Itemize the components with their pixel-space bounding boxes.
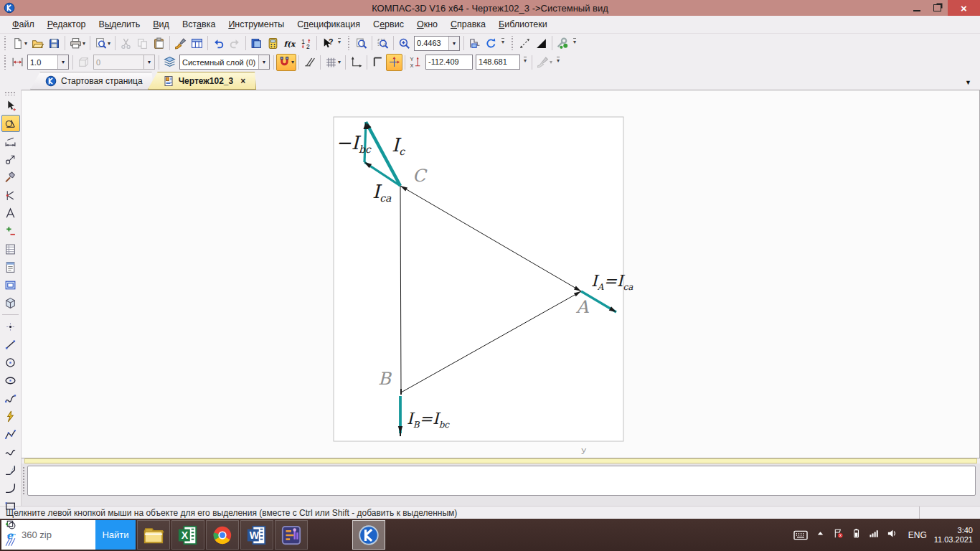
dropdown-arrow-icon[interactable]: ▾ [24,40,27,47]
object-help-button[interactable]: ? [319,34,336,52]
menu-editor[interactable]: Редактор [41,17,93,32]
current-step-combo[interactable]: 0▾ [93,55,155,70]
property-bar-grip[interactable] [22,466,26,495]
menu-window[interactable]: Окно [410,17,444,32]
copy-properties-button[interactable] [172,34,189,52]
toolbar-overflow-button[interactable]: ▾ [524,57,527,64]
toolbar-overflow-button[interactable]: ▾ [557,57,560,64]
property-bar[interactable] [27,466,976,496]
toolbar-grip[interactable] [347,36,351,50]
print-button[interactable]: ▾ [67,34,88,52]
combo-dropdown-icon[interactable]: ▾ [57,55,68,69]
tool-rectangle-button[interactable] [1,497,20,514]
measure-settings-button[interactable] [555,34,571,52]
tool-selection-button[interactable] [1,222,20,240]
tab-drawing[interactable]: Чертеж102_3× [148,72,257,90]
local-axes-button[interactable] [348,54,364,71]
tool-collect-contour-button[interactable] [1,515,20,532]
redo-button[interactable] [227,34,243,52]
save-document-button[interactable] [46,34,62,52]
dropdown-arrow-icon[interactable]: ▾ [83,40,85,47]
menu-tools[interactable]: Инструменты [222,17,291,32]
print-preview-button[interactable]: ▾ [93,34,113,52]
tool-editing-button[interactable] [1,169,20,186]
search-button[interactable]: Найти [95,520,136,550]
undo-button[interactable] [210,34,227,52]
new-document-button[interactable]: ▾ [9,34,29,52]
tray-hidden-icons-icon[interactable] [815,528,826,542]
tool-specification-button[interactable] [1,240,20,258]
local-csys-button[interactable] [533,34,550,52]
cut-button[interactable] [118,34,134,52]
search-input[interactable] [20,529,80,541]
toolbar-grip[interactable] [510,36,514,50]
menu-service[interactable]: Сервис [367,17,410,32]
document-manager-button[interactable] [248,34,265,52]
combo-dropdown-icon[interactable]: ▾ [143,55,154,69]
snap-magnet-button[interactable]: ▾ [276,54,296,71]
minimize-button[interactable] [906,0,927,16]
toolbar-overflow-button[interactable]: ▾ [573,38,576,45]
zoom-area-button[interactable] [374,34,391,52]
tray-keyboard-icon[interactable] [793,528,808,542]
ortho-drawing-button[interactable] [369,54,386,71]
copy-button[interactable] [134,34,151,52]
toolbar-grip[interactable] [3,55,7,70]
menu-insert[interactable]: Вставка [176,17,222,32]
layers-button[interactable] [161,54,178,71]
taskbar-app-file-explorer[interactable] [137,520,170,550]
current-scale-icon-button[interactable] [9,54,26,71]
tool-circle-button[interactable] [1,354,20,371]
tool-fillet-button[interactable] [1,479,20,496]
refresh-view-button[interactable] [483,34,499,52]
menu-libraries[interactable]: Библиотеки [492,17,554,32]
tray-network-icon[interactable] [869,528,880,542]
current-layer-combo[interactable]: Системный слой (0)▾ [179,55,270,70]
snap-points-button[interactable] [517,34,533,52]
tool-hatch-strokes-button[interactable] [1,533,20,550]
menu-help[interactable]: Справка [444,17,492,32]
paste-button[interactable] [151,34,167,52]
tool-select-pointer-button[interactable] [1,97,20,114]
tab-start-page[interactable]: Стартовая страница [30,72,154,90]
tool-measurement-button[interactable] [1,204,20,222]
variables-button[interactable] [265,34,281,52]
tab-close-icon[interactable]: × [240,76,245,86]
taskbar-app-kompas[interactable] [352,520,385,550]
combo-dropdown-icon[interactable]: ▾ [258,55,269,69]
tool-nurbs-curve-button[interactable] [1,390,20,407]
language-indicator[interactable]: ENG [908,530,927,540]
tray-action-center-icon[interactable] [833,528,844,542]
tray-volume-icon[interactable] [887,528,897,542]
tab-list-dropdown-icon[interactable]: ▼ [965,79,971,86]
tool-dimensions-button[interactable] [1,133,20,150]
dropdown-arrow-icon[interactable]: ▾ [338,59,341,65]
change-numbering-button[interactable]: 12 [298,34,314,52]
tool-polyline-button[interactable] [1,425,20,443]
coord-y-field[interactable]: 148.681 [476,55,520,70]
dropdown-arrow-icon[interactable]: ▾ [550,59,552,65]
cursor-coords-button[interactable]: YX [407,54,424,71]
taskbar-app-chrome[interactable] [206,520,239,550]
menu-view[interactable]: Вид [146,17,176,32]
clock[interactable]: 3:40 11.03.2021 [934,526,973,545]
toolbar-overflow-button[interactable]: ▾ [501,38,504,45]
current-scale-combo[interactable]: 1.0▾ [27,55,69,70]
tool-designations-button[interactable] [1,151,20,168]
taskbar-app-word[interactable]: W [240,520,273,550]
close-button[interactable]: × [948,0,980,16]
horizontal-scrollbar[interactable] [24,458,977,463]
tool-freehand-curve-button[interactable] [1,443,20,461]
dropdown-arrow-icon[interactable]: ▾ [108,40,110,47]
taskbar-app-excel[interactable]: X [171,520,204,550]
menu-specification[interactable]: Спецификация [291,17,367,32]
tool-chamfer-button[interactable] [1,461,20,479]
drawing-canvas[interactable]: −IbcIcCIcaIA=IcaABIB=IbcУ [22,90,980,458]
taskbar-app-flowchart-app[interactable] [275,520,308,550]
tool-model-3d-button[interactable] [1,294,20,311]
toolbar-overflow-button[interactable]: ▾ [338,38,341,45]
copy-style-button[interactable]: ▾ [534,54,555,71]
tool-bezier-curve-button[interactable] [1,408,20,425]
grid-button[interactable]: ▾ [323,54,343,71]
tool-parametrization-button[interactable] [1,187,20,204]
